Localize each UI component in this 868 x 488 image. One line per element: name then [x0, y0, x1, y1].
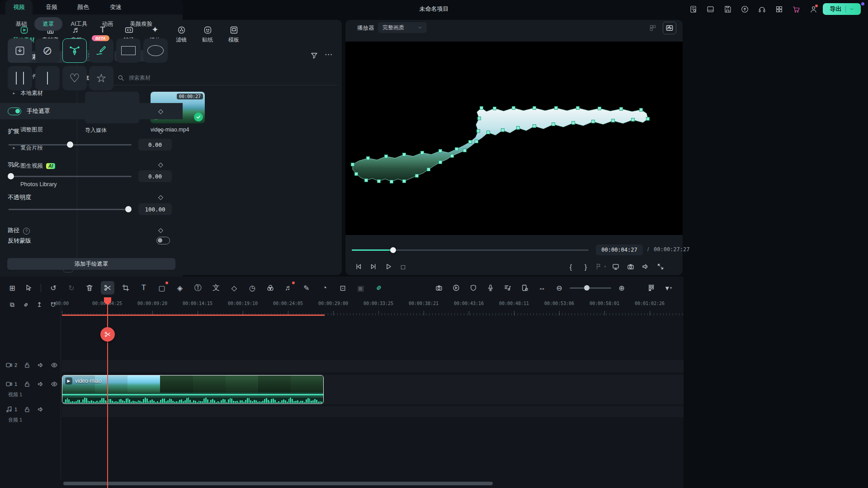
expand-value[interactable]: 0.00 — [138, 139, 172, 150]
mask-anchor-point[interactable] — [451, 155, 454, 158]
speaker-icon[interactable] — [37, 380, 44, 388]
mask-anchor-point[interactable] — [533, 125, 536, 128]
mask-tile-ellipse[interactable] — [143, 38, 168, 63]
tab-template[interactable]: 模板 — [221, 23, 247, 45]
workspace-layout-icon[interactable] — [705, 4, 715, 14]
invert-mask-toggle[interactable] — [156, 237, 170, 244]
feather-value[interactable]: 0.00 — [138, 170, 172, 182]
mask-tile-import[interactable] — [8, 38, 32, 63]
mask-tile-rectangle[interactable] — [116, 38, 141, 63]
subtab-beauty[interactable]: 美颜瘦脸 — [123, 17, 159, 31]
subtab-basic[interactable]: 基础 — [10, 17, 33, 31]
add-draw-mask-button[interactable]: 添加手绘遮罩 — [7, 258, 175, 270]
mask-anchor-point[interactable] — [640, 108, 643, 112]
mask-tile-double-line[interactable] — [8, 66, 32, 90]
apps-grid-icon[interactable] — [774, 4, 784, 14]
mask-anchor-point[interactable] — [572, 122, 575, 125]
sidebar-item-compound-clip[interactable]: ▸复合片段 — [8, 142, 74, 154]
audio-list-icon[interactable] — [501, 281, 514, 295]
mask-anchor-point[interactable] — [367, 157, 370, 160]
subtab-animation[interactable]: 动画 — [96, 17, 119, 31]
delete-icon[interactable] — [83, 281, 96, 295]
more-options-icon[interactable]: ⋯ — [325, 50, 332, 59]
quality-dropdown[interactable]: 完整画质 — [378, 22, 427, 33]
split-icon[interactable] — [101, 281, 114, 295]
mask-anchor-point[interactable] — [439, 150, 442, 153]
mask-tile-draw[interactable] — [89, 38, 113, 63]
mask-anchor-point[interactable] — [512, 107, 515, 110]
mask-anchor-point[interactable] — [403, 180, 406, 183]
tab-color[interactable]: 颜色 — [71, 0, 95, 14]
mask-anchor-point[interactable] — [390, 180, 393, 183]
edit-icon[interactable]: ✎ — [300, 281, 313, 295]
zoom-slider-icon[interactable] — [570, 281, 611, 295]
speaker-icon[interactable] — [37, 361, 44, 369]
draw-mask-toggle[interactable] — [8, 108, 21, 115]
mask-anchor-point[interactable] — [517, 127, 520, 130]
mask-anchor-point[interactable] — [646, 117, 650, 121]
fit-timeline-icon[interactable]: ↔ — [535, 281, 549, 295]
ai-audio-icon[interactable]: ♬ — [282, 281, 295, 295]
help-icon[interactable]: ? — [23, 228, 30, 235]
play-icon[interactable] — [382, 260, 395, 273]
mask-anchor-point[interactable] — [493, 107, 496, 110]
mute-icon[interactable] — [639, 260, 652, 273]
playhead-line[interactable] — [107, 298, 108, 488]
fullscreen-icon[interactable] — [654, 260, 667, 273]
sidebar-item-photos-library[interactable]: Photos Library — [8, 178, 74, 190]
mask-anchor-point[interactable] — [351, 163, 354, 166]
opacity-value[interactable]: 100.00 — [138, 203, 172, 215]
horizontal-scrollbar[interactable] — [63, 482, 493, 485]
snapshot-icon[interactable] — [432, 281, 446, 295]
keyframe-diamond-icon[interactable]: ◇ — [158, 161, 163, 168]
lock-icon[interactable] — [24, 361, 31, 369]
audio-track-header[interactable]: 1 — [5, 406, 44, 413]
preview-quality-icon[interactable] — [449, 281, 463, 295]
mask-anchor-point[interactable] — [552, 123, 555, 126]
mask-preview[interactable] — [345, 42, 683, 235]
split-scissors-badge[interactable] — [100, 327, 115, 342]
zoom-out-icon[interactable]: ⊖ — [552, 281, 566, 295]
monitor-icon[interactable] — [609, 260, 622, 273]
track-manager-icon[interactable]: ⊞ — [5, 281, 19, 295]
voiceover-icon[interactable] — [484, 281, 497, 295]
speech-to-text-icon[interactable]: Ⓣ — [191, 281, 205, 295]
mark-icon[interactable] — [467, 281, 480, 295]
mask-anchor-point[interactable] — [620, 108, 623, 111]
mask-anchor-point[interactable] — [533, 107, 536, 110]
keyframe-diamond-icon[interactable]: ◇ — [158, 108, 163, 115]
keyframe-icon[interactable]: ◈ — [173, 281, 187, 295]
mask-anchor-point[interactable] — [612, 119, 615, 122]
zoom-in-icon[interactable]: ⊕ — [615, 281, 628, 295]
mask-anchor-point[interactable] — [439, 161, 442, 164]
mask-anchor-point[interactable] — [576, 107, 580, 110]
video-clip[interactable]: ▶ video-miao — [62, 375, 324, 404]
mask-anchor-point[interactable] — [501, 129, 505, 132]
user-account-icon[interactable] — [808, 4, 818, 14]
flag-icon[interactable]: ▾ — [594, 260, 607, 273]
multi-view-icon[interactable] — [646, 22, 659, 34]
snapshot-icon[interactable] — [624, 260, 637, 273]
freeze-frame-icon[interactable]: ⊡ — [336, 281, 349, 295]
crop-icon[interactable] — [119, 281, 132, 295]
stop-icon[interactable]: □ — [396, 260, 410, 273]
preview-stage[interactable] — [345, 42, 683, 235]
mask-anchor-point[interactable] — [385, 155, 388, 158]
eye-icon[interactable] — [51, 380, 58, 388]
mask-anchor-point[interactable] — [592, 120, 595, 123]
mark-out-icon[interactable]: } — [579, 260, 592, 273]
export-button[interactable]: 导出 — [823, 3, 861, 15]
mask-anchor-point[interactable] — [487, 131, 490, 134]
tab-audio[interactable]: 音频 — [40, 0, 63, 14]
color-icon[interactable] — [264, 281, 277, 295]
opacity-slider[interactable] — [9, 209, 132, 210]
eye-icon[interactable] — [51, 361, 58, 369]
tab-video[interactable]: 视频 — [5, 0, 33, 14]
lock-icon[interactable] — [24, 406, 31, 413]
mask-tile-single-line[interactable] — [35, 66, 60, 90]
keyframe-diamond-icon[interactable]: ◇ — [158, 193, 163, 201]
more-icon[interactable]: ▾▾ — [662, 281, 675, 295]
mask-anchor-point[interactable] — [463, 149, 467, 152]
tab-filter[interactable]: 滤镜 — [168, 23, 194, 45]
mask-tile-none[interactable]: ⊘ — [35, 38, 60, 63]
